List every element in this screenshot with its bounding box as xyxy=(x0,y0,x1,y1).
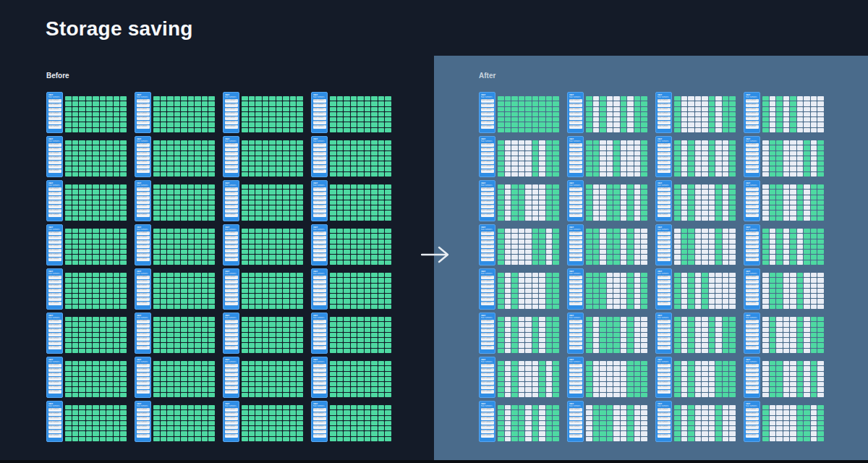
grid-cell xyxy=(681,273,688,277)
grid-cell xyxy=(627,382,634,386)
grid-cell xyxy=(195,343,201,347)
table-card-subtitle: Row numbers xyxy=(481,229,494,231)
grid-cell xyxy=(797,255,804,259)
grid-cell xyxy=(161,426,167,430)
table-unit: TableRow numbersRow number 1Row number 2… xyxy=(223,92,303,133)
row-pill: Row number 7 xyxy=(481,434,494,438)
grid-cell xyxy=(627,200,634,205)
grid-cell xyxy=(337,151,344,156)
grid-cell xyxy=(106,284,113,288)
grid-cell xyxy=(511,305,518,309)
grid-cell xyxy=(283,145,289,150)
grid-cell xyxy=(174,322,181,326)
table-card: TableRow numbersRow number 1Row number 2… xyxy=(46,357,63,398)
grid-cell xyxy=(181,361,187,365)
grid-cell xyxy=(263,255,269,259)
grid-cell xyxy=(86,377,93,381)
grid-cell xyxy=(723,366,729,370)
grid-cell xyxy=(365,216,371,221)
grid-cell xyxy=(804,211,810,215)
grid-cell xyxy=(283,405,289,409)
grid-cell xyxy=(498,338,504,342)
grid-cell xyxy=(770,338,776,342)
grid-cell xyxy=(593,205,600,210)
grid-cell xyxy=(283,305,289,309)
grid-cell xyxy=(79,328,85,332)
row-pill: Row number 1 xyxy=(481,276,494,279)
grid-cell xyxy=(539,184,545,189)
grid-cell xyxy=(276,205,283,210)
grid-cell xyxy=(283,382,289,386)
table-unit: TableRow numbersRow number 1Row number 2… xyxy=(744,180,824,221)
grid-cell xyxy=(688,122,694,127)
row-pill: Row number 7 xyxy=(48,346,61,349)
grid-cell xyxy=(79,151,85,156)
grid-cell xyxy=(762,166,769,171)
grid-cell xyxy=(681,343,688,347)
grid-cell xyxy=(729,161,736,166)
grid-cell xyxy=(365,387,371,391)
grid-cell xyxy=(297,205,303,210)
row-pill: Row number 2 xyxy=(225,103,238,107)
row-pill: Row number 4 xyxy=(48,421,61,425)
grid-cell xyxy=(811,161,817,166)
grid-cell xyxy=(242,284,248,288)
grid-cell xyxy=(208,322,215,326)
grid-cell xyxy=(498,161,504,166)
grid-cell xyxy=(195,278,201,282)
grid-cell xyxy=(337,437,344,441)
grid-cell xyxy=(539,366,545,370)
grid-cell xyxy=(776,234,783,238)
grid-cell xyxy=(511,140,518,145)
row-pill: Row number 5 xyxy=(137,381,150,385)
grid-cell xyxy=(702,328,708,332)
grid-cell xyxy=(167,172,174,177)
grid-cell xyxy=(674,273,681,277)
grid-cell xyxy=(181,382,187,386)
grid-cell xyxy=(208,229,215,233)
grid-cell xyxy=(600,361,606,365)
row-pill: Row number 4 xyxy=(746,289,759,292)
grid-cell xyxy=(86,239,93,244)
row-pill: Row number 4 xyxy=(481,289,494,292)
row-pill: Row number 4 xyxy=(137,112,150,116)
grid-cell xyxy=(153,245,160,249)
grid-cell xyxy=(167,117,174,122)
grid-cell xyxy=(797,328,804,332)
grid-cell xyxy=(621,245,627,249)
grid-cell xyxy=(269,421,276,425)
grid-cell xyxy=(86,151,93,156)
grid-cell xyxy=(811,195,817,200)
row-pill: Row number 2 xyxy=(48,103,61,107)
grid-cell xyxy=(817,229,824,233)
grid-cell xyxy=(546,250,553,254)
grid-cell xyxy=(357,250,364,254)
grid-cell xyxy=(72,128,79,132)
table-unit: TableRow numbersRow number 1Row number 2… xyxy=(744,136,824,177)
grid-cell xyxy=(723,122,729,127)
grid-cell xyxy=(120,377,127,381)
grid-cell xyxy=(337,216,344,221)
grid-cell xyxy=(498,122,504,127)
grid-cell xyxy=(593,145,600,150)
grid-cell xyxy=(385,128,391,132)
row-pill: Row number 6 xyxy=(481,121,494,124)
row-pill: Row number 7 xyxy=(137,125,150,129)
grid-cell xyxy=(208,273,215,277)
grid-cell xyxy=(120,151,127,156)
grid-cell xyxy=(600,328,606,332)
grid-cell xyxy=(695,410,702,415)
row-pill: Row number 4 xyxy=(658,156,671,160)
grid-cell xyxy=(593,260,600,265)
grid-cell xyxy=(167,273,174,277)
grid-cell xyxy=(385,190,391,194)
cell-grid xyxy=(153,184,215,221)
grid-cell xyxy=(695,166,702,171)
grid-cell xyxy=(621,387,627,391)
grid-cell xyxy=(539,273,545,277)
grid-cell xyxy=(86,216,93,221)
grid-cell xyxy=(86,294,93,298)
row-pill: Row number 6 xyxy=(313,297,326,301)
grid-cell xyxy=(811,128,817,132)
grid-cell xyxy=(505,112,511,116)
